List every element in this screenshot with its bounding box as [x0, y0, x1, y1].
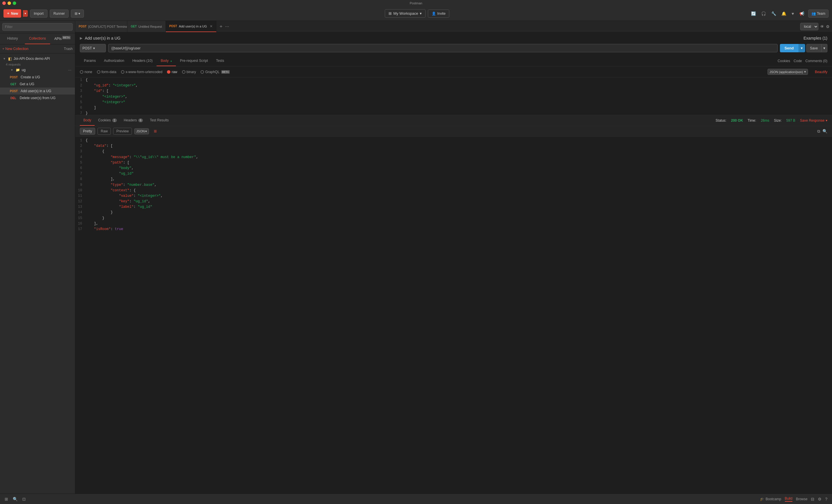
cookies-link[interactable]: Cookies [778, 56, 790, 66]
help-icon[interactable]: ? [825, 497, 827, 501]
folder-item-ug[interactable]: ▾ 📁 ug ··· [0, 66, 75, 74]
team-icon: 👥 [811, 11, 816, 16]
tab-conflict[interactable]: POST [CONFLICT] POST Terminate a Ship... [75, 21, 127, 32]
console-icon[interactable]: ⊡ [22, 497, 26, 501]
send-button[interactable]: Send [780, 44, 799, 52]
folder-more-icon[interactable]: ··· [68, 67, 72, 72]
response-test-results-tab[interactable]: Test Results [147, 115, 172, 126]
notification-icon[interactable]: 📢 [798, 10, 805, 17]
params-tab[interactable]: Params [80, 56, 100, 66]
save-dropdown-button[interactable]: ▾ [822, 44, 827, 52]
add-tab-button[interactable]: ＋ [219, 23, 223, 29]
request-item-create[interactable]: POST Create a UG [0, 74, 75, 81]
comments-link[interactable]: Comments (0) [805, 56, 827, 66]
traffic-lights[interactable] [2, 1, 16, 5]
request-item-add[interactable]: POST Add user(s) in a UG [0, 88, 75, 94]
bell-icon[interactable]: 🔔 [780, 10, 787, 17]
save-button[interactable]: Save [806, 44, 822, 52]
request-name: Delete user(s) from UG [20, 96, 55, 100]
tab-untitled[interactable]: GET Untitled Request [127, 21, 166, 32]
new-dropdown-button[interactable]: ▾ [23, 10, 28, 17]
json-format-select[interactable]: JSON ▾ [134, 128, 149, 134]
new-collection-button[interactable]: + New Collection [2, 47, 28, 51]
method-select[interactable]: POST ▾ [80, 44, 106, 52]
time-value: 26ms [761, 118, 769, 122]
radio-binary[interactable]: binary [182, 70, 196, 74]
examples-link[interactable]: Examples (1) [804, 36, 827, 40]
import-button[interactable]: Import [30, 9, 48, 18]
beautify-button[interactable]: Beautify [815, 70, 827, 74]
folder-icon: 📁 [16, 68, 20, 72]
copy-icon[interactable]: ⧉ [817, 129, 820, 134]
invite-button[interactable]: 👤 Invite [428, 9, 449, 18]
authorization-tab[interactable]: Authorization [100, 56, 128, 66]
sidebar-toggle-icon[interactable]: ⊞ [5, 497, 8, 501]
request-item-get[interactable]: GET Get a UG [0, 81, 75, 88]
body-tab[interactable]: Body ● [156, 56, 176, 66]
send-dropdown-button[interactable]: ▾ [799, 44, 805, 52]
new-button[interactable]: ＋ New [3, 9, 21, 18]
close-button[interactable] [2, 1, 6, 5]
heart-icon[interactable]: ♥ [790, 10, 795, 17]
radio-form-data[interactable]: form-data [97, 70, 116, 74]
resp-line-10: 10 "context": { [75, 188, 832, 193]
wrench-icon[interactable]: 🔧 [770, 10, 777, 17]
sync-icon[interactable]: 🔄 [750, 10, 757, 17]
eye-icon[interactable]: 👁 [820, 24, 824, 29]
settings-icon[interactable]: ⚙ [826, 24, 830, 29]
headers-tab[interactable]: Headers (10) [128, 56, 156, 66]
trash-button[interactable]: Trash [64, 47, 73, 51]
response-headers-tab[interactable]: Headers 6 [120, 115, 147, 126]
response-status: Status: 200 OK Time: 26ms Size: 597 B Sa… [716, 118, 827, 122]
history-tab[interactable]: History [0, 33, 25, 44]
code-link[interactable]: Code [794, 56, 802, 66]
search-bottom-icon[interactable]: 🔍 [13, 497, 18, 501]
headphones-icon[interactable]: 🎧 [760, 10, 767, 17]
response-cookies-tab[interactable]: Cookies 1 [95, 115, 120, 126]
url-input[interactable] [108, 44, 778, 52]
tab-add-user[interactable]: POST Add user(s) in a UG ✕ [166, 21, 216, 32]
radio-form-circle [97, 70, 100, 74]
runner-button[interactable]: Runner [50, 9, 69, 18]
maximize-button[interactable] [13, 1, 16, 5]
radio-url-encoded[interactable]: x-www-form-urlencoded [121, 70, 162, 74]
preview-tab[interactable]: Preview [113, 128, 132, 135]
search-icon[interactable]: 🔍 [823, 129, 827, 134]
request-item-delete[interactable]: DEL Delete user(s) from UG [0, 94, 75, 102]
search-input[interactable] [2, 23, 73, 31]
filter-icon[interactable]: ≡ [154, 128, 157, 134]
more-tabs-button[interactable]: ··· [225, 24, 229, 29]
radio-graphql[interactable]: GraphQL BETA [201, 70, 229, 74]
code-line-2: 2 "ug_id": "<integer>", [75, 83, 832, 88]
radio-binary-circle [182, 70, 185, 74]
apis-tab[interactable]: APIsBETA [50, 33, 75, 44]
plus-icon: ＋ [6, 11, 10, 16]
save-response-button[interactable]: Save Response ▾ [800, 118, 827, 122]
radio-raw[interactable]: raw [167, 70, 177, 74]
pretty-tab[interactable]: Pretty [80, 128, 95, 135]
team-button[interactable]: 👥 Team [808, 9, 829, 18]
raw-tab[interactable]: Raw [98, 128, 111, 135]
settings-bottom-icon[interactable]: ⚙ [818, 497, 822, 501]
radio-none[interactable]: none [80, 70, 92, 74]
layout-bottom-icon[interactable]: ⊟ [811, 497, 814, 501]
workspace-label: My Workspace [393, 11, 418, 16]
pre-request-tab[interactable]: Pre-request Script [176, 56, 212, 66]
collections-tab[interactable]: Collections [25, 33, 50, 44]
bootcamp-button[interactable]: 🎓 Bootcamp [760, 497, 781, 501]
collection-item[interactable]: ▾ ◧ Joi-API-Docs demo API [0, 55, 75, 63]
browse-button[interactable]: Browse [796, 497, 807, 501]
format-select[interactable]: JSON (application/json) ▾ [768, 69, 808, 75]
environment-select[interactable]: local [800, 23, 818, 30]
build-button[interactable]: Build [785, 497, 792, 502]
minimize-button[interactable] [7, 1, 11, 5]
response-body-tab[interactable]: Body [80, 115, 95, 126]
tab-close-icon[interactable]: ✕ [210, 24, 213, 28]
layout-button[interactable]: ⊞ ▾ [71, 9, 84, 18]
response-code-area: 1 { 2 "data": [ 3 { 4 "message": "\\"ug_… [75, 137, 832, 494]
tests-tab[interactable]: Tests [212, 56, 228, 66]
chevron-down-icon: ▾ [93, 46, 95, 50]
raw-label: raw [172, 70, 177, 74]
workspace-button[interactable]: ⊞ My Workspace ▾ [385, 9, 426, 18]
new-label: New [11, 11, 18, 16]
